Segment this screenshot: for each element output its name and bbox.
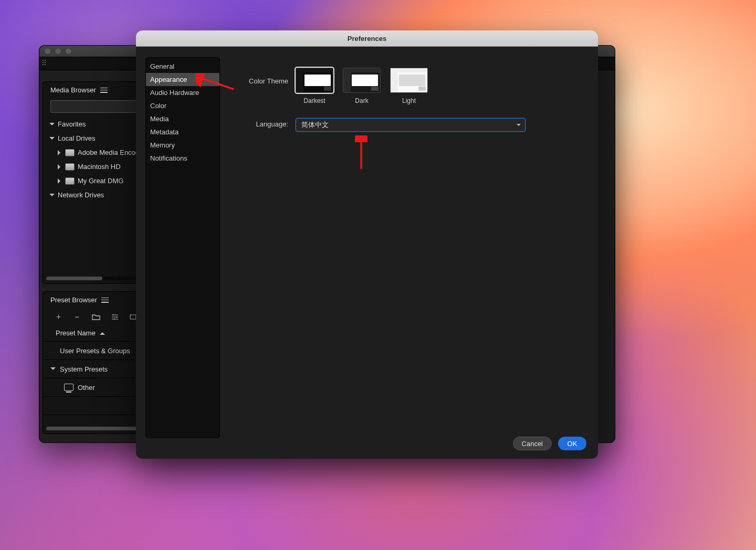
preferences-title: Preferences [136,30,598,47]
svg-point-2 [114,318,116,320]
nav-notifications[interactable]: Notifications [146,152,219,165]
nav-memory[interactable]: Memory [146,139,219,152]
chevron-down-icon [49,193,55,198]
chevron-right-icon [57,150,62,155]
monitor-icon [64,384,74,391]
tree-label: Adobe Media Encode [78,149,143,156]
minimize-window-icon[interactable] [55,48,61,55]
theme-label: Darkest [303,97,325,104]
nav-color[interactable]: Color [146,99,219,112]
preset-label: System Presets [60,365,108,373]
preferences-content: Color Theme Darkest Dark [220,47,598,459]
color-theme-label: Color Theme [241,68,288,85]
add-preset-icon[interactable]: ＋ [54,312,63,321]
tree-label: Macintosh HD [78,163,121,171]
nav-appearance[interactable]: Appearance [146,73,219,86]
drive-icon [65,177,75,185]
tree-label: My Great DMG [78,177,123,185]
chevron-right-icon [57,178,62,184]
preset-label: User Presets & Groups [60,347,130,355]
theme-light[interactable]: Light [390,68,428,104]
chevron-down-icon [49,136,55,141]
theme-label: Dark [355,97,368,104]
tree-label: Local Drives [58,134,96,142]
nav-media[interactable]: Media [146,112,219,125]
remove-preset-icon[interactable]: − [72,312,82,321]
theme-options: Darkest Dark Light [296,68,428,104]
tree-label: Network Drives [58,191,104,199]
tree-label: Favorites [58,120,86,128]
drive-icon [65,149,75,156]
svg-rect-3 [130,315,136,319]
theme-label: Light [402,97,416,104]
nav-general[interactable]: General [146,60,219,73]
preset-label: Other [78,384,95,392]
preferences-nav: General Appearance Audio Hardware Color … [145,57,220,438]
nav-metadata[interactable]: Metadata [146,125,219,139]
zoom-window-icon[interactable] [65,48,72,55]
language-label: Language: [241,118,288,128]
column-label: Preset Name [56,329,96,337]
media-browser-label: Media Browser [50,86,96,94]
sort-ascending-icon [100,330,105,335]
preset-browser-label: Preset Browser [50,296,97,304]
nav-audio-hardware[interactable]: Audio Hardware [146,86,219,99]
grip-icon [43,60,47,67]
cancel-button[interactable]: Cancel [513,437,552,450]
preset-settings-icon[interactable] [110,312,120,321]
panel-menu-icon[interactable] [101,298,109,303]
ok-button[interactable]: OK [558,437,586,450]
panel-menu-icon[interactable] [100,88,108,93]
preferences-title-label: Preferences [348,35,386,43]
chevron-down-icon [50,366,56,372]
preferences-dialog: Preferences General Appearance Audio Har… [136,30,598,459]
chevron-down-icon [49,122,55,127]
svg-point-0 [113,314,114,315]
svg-point-1 [116,316,118,318]
close-window-icon[interactable] [44,48,51,55]
language-select[interactable]: 简体中文 [296,118,526,132]
chevron-down-icon [517,124,521,128]
preferences-footer: Cancel OK [513,437,586,450]
theme-dark[interactable]: Dark [343,68,381,104]
drive-icon [65,163,75,171]
theme-thumb-icon [390,68,428,93]
theme-thumb-icon [343,68,381,93]
theme-thumb-icon [296,68,333,93]
new-folder-icon[interactable] [91,312,101,321]
color-theme-row: Color Theme Darkest Dark [241,68,582,104]
language-value: 简体中文 [301,120,329,130]
language-row: Language: 简体中文 [241,118,582,132]
theme-darkest[interactable]: Darkest [296,68,333,104]
scrollbar-thumb[interactable] [46,277,102,280]
chevron-right-icon [57,164,62,170]
